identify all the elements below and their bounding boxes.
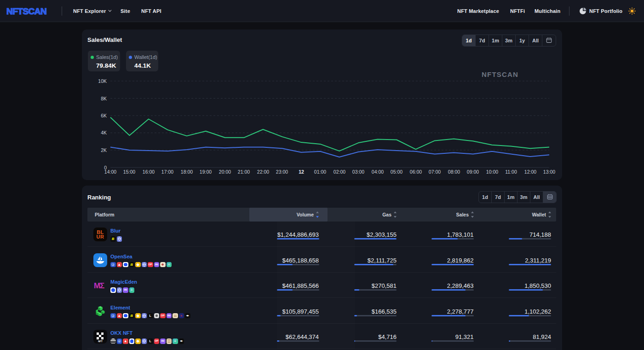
svg-text:Σ: Σ	[100, 281, 104, 290]
svg-text:NFTSCAN: NFTSCAN	[6, 6, 46, 16]
svg-text:NFT: NFT	[98, 340, 103, 343]
